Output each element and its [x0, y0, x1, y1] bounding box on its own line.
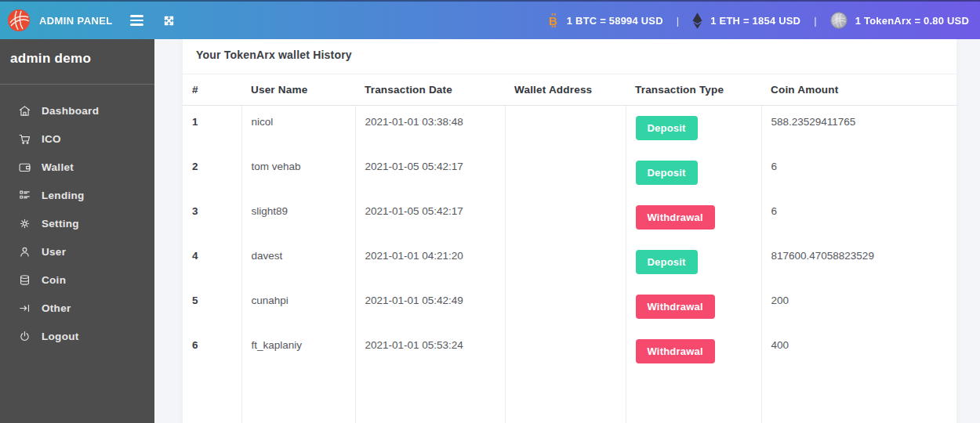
row-number-cell: 4: [183, 240, 241, 284]
user-name-cell: cunahpi: [241, 284, 355, 329]
coin-amount-cell: 588.23529411765: [761, 106, 956, 151]
cart-icon: [18, 132, 31, 146]
sidebar-item-label: User: [42, 246, 66, 258]
table-row: 6 ft_kaplaniy 2021-01-01 05:53:24 Withdr…: [183, 329, 956, 374]
home-icon: [18, 104, 31, 118]
sidebar-item-label: Lending: [42, 190, 85, 201]
transaction-type-badge: Deposit: [636, 116, 698, 140]
user-name-cell: slight89: [241, 195, 355, 240]
transaction-type-badge: Withdrawal: [636, 295, 715, 319]
btc-ticker: B 1 BTC = 58994 USD: [547, 13, 663, 28]
eth-ticker: 1 ETH = 1854 USD: [692, 13, 800, 29]
sidebar-item-wallet[interactable]: Wallet: [0, 153, 154, 181]
sidebar-item-ico[interactable]: ICO: [0, 125, 154, 153]
sidebar-item-setting[interactable]: Setting: [0, 209, 154, 237]
user-name-cell: davest: [241, 240, 355, 284]
btc-icon: B: [547, 13, 559, 28]
sidebar-nav: Dashboard ICO Wallet Lending: [0, 85, 154, 350]
coin-amount-cell: 817600.47058823529: [761, 240, 956, 284]
transaction-type-cell: Withdrawal: [626, 329, 761, 374]
transaction-date-cell: 2021-01-01 04:21:20: [355, 240, 505, 284]
col-header-transaction-date: Transaction Date: [355, 74, 505, 106]
sidebar-item-logout[interactable]: Logout: [0, 322, 154, 350]
wallet-address-cell: [505, 195, 626, 240]
coin-amount-cell: 6: [761, 150, 956, 195]
row-number-cell: 2: [183, 150, 241, 195]
menu-toggle-icon[interactable]: [127, 12, 147, 29]
coin-amount-cell: 6: [761, 195, 956, 240]
sidebar-item-label: ICO: [42, 133, 61, 145]
topbar: ADMIN PANEL B 1 BTC = 58994 USD |: [0, 0, 980, 39]
transaction-date-cell: 2021-01-01 03:38:48: [355, 106, 505, 151]
tokenarx-coin-icon: [830, 12, 848, 29]
transaction-type-cell: Withdrawal: [626, 284, 761, 329]
table-row: 5 cunahpi 2021-01-01 05:42:49 Withdrawal…: [183, 284, 956, 329]
col-header-index: #: [183, 74, 241, 106]
wallet-address-cell: [505, 150, 626, 195]
col-header-coin-amount: Coin Amount: [761, 74, 956, 106]
sidebar-item-label: Coin: [42, 274, 66, 286]
wallet-address-cell: [505, 240, 626, 284]
ticker-separator: |: [677, 15, 680, 27]
arrow-to-bar-icon: [18, 302, 31, 315]
row-number-cell: 5: [183, 284, 241, 329]
filler-cell: [241, 374, 355, 423]
sidebar-item-lending[interactable]: Lending: [0, 181, 154, 209]
lending-list-icon: [18, 189, 31, 202]
row-number-cell: 3: [183, 195, 241, 240]
user-name-cell: tom vehab: [241, 150, 355, 195]
coin-stack-icon: [18, 273, 31, 287]
transaction-type-badge: Deposit: [636, 161, 698, 185]
wallet-history-table: # User Name Transaction Date Wallet Addr…: [183, 74, 956, 423]
sidebar-item-label: Logout: [42, 331, 79, 342]
table-row: 4 davest 2021-01-01 04:21:20 Deposit 817…: [183, 240, 956, 284]
row-number-cell: 6: [183, 329, 241, 374]
transaction-type-badge: Deposit: [636, 250, 698, 274]
transaction-type-cell: Withdrawal: [626, 195, 761, 240]
eth-price-label: 1 ETH = 1854 USD: [710, 15, 800, 27]
sidebar-item-dashboard[interactable]: Dashboard: [0, 96, 154, 125]
user-name-cell: nicol: [241, 106, 355, 151]
col-header-wallet-address: Wallet Address: [505, 74, 626, 106]
sidebar-item-user[interactable]: User: [0, 237, 154, 266]
tokenarx-price-label: 1 TokenArx = 0.80 USD: [855, 15, 969, 27]
col-header-transaction-type: Transaction Type: [626, 74, 761, 106]
filler-cell: [626, 374, 761, 423]
table-header: # User Name Transaction Date Wallet Addr…: [183, 74, 956, 106]
btc-price-label: 1 BTC = 58994 USD: [567, 15, 663, 27]
wallet-icon: [18, 161, 31, 174]
row-number-cell: 1: [183, 106, 241, 151]
wallet-history-card: Your TokenArx wallet History # User Name…: [183, 31, 956, 423]
table-body: 1 nicol 2021-01-01 03:38:48 Deposit 588.…: [183, 106, 956, 374]
table-row: 3 slight89 2021-01-05 05:42:17 Withdrawa…: [183, 195, 956, 240]
sidebar-item-label: Setting: [42, 218, 79, 230]
transaction-type-badge: Withdrawal: [636, 339, 715, 363]
filler-cell: [761, 374, 956, 423]
wallet-address-cell: [505, 329, 626, 374]
transaction-date-cell: 2021-01-01 05:42:49: [355, 284, 505, 329]
sidebar-item-label: Wallet: [42, 161, 74, 173]
transaction-type-badge: Withdrawal: [636, 205, 715, 230]
coin-amount-cell: 200: [761, 284, 956, 329]
price-tickers: B 1 BTC = 58994 USD | 1 ETH = 1854 USD |: [547, 12, 980, 29]
fullscreen-toggle-icon[interactable]: [159, 11, 179, 31]
col-header-user-name: User Name: [241, 74, 355, 106]
wallet-address-cell: [505, 284, 626, 329]
transaction-type-cell: Deposit: [626, 150, 761, 195]
filler-cell: [505, 374, 626, 423]
coin-amount-cell: 400: [761, 329, 956, 374]
brand-title: ADMIN PANEL: [39, 15, 113, 27]
user-icon: [18, 245, 31, 258]
filler-row: [183, 374, 956, 423]
transaction-type-cell: Deposit: [626, 240, 761, 284]
transaction-date-cell: 2021-01-01 05:53:24: [355, 329, 505, 374]
sidebar-item-other[interactable]: Other: [0, 294, 154, 322]
power-icon: [18, 330, 31, 343]
brand: ADMIN PANEL: [0, 9, 118, 32]
filler-cell: [183, 374, 241, 423]
user-name-cell: ft_kaplaniy: [241, 329, 355, 374]
table-row: 2 tom vehab 2021-01-05 05:42:17 Deposit …: [183, 150, 956, 195]
transaction-type-cell: Deposit: [626, 106, 761, 151]
transaction-date-cell: 2021-01-05 05:42:17: [355, 195, 505, 240]
sidebar-item-coin[interactable]: Coin: [0, 266, 154, 294]
